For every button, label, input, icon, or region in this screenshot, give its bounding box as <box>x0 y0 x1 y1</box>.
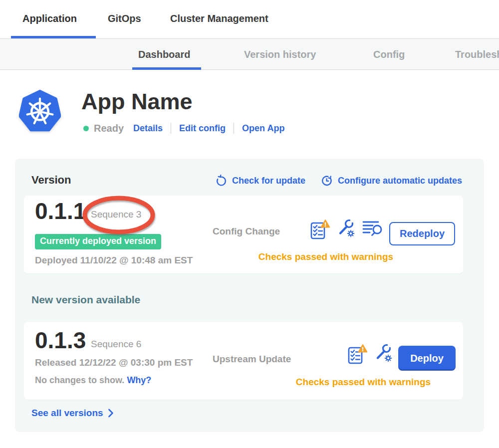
tab-cluster-management[interactable]: Cluster Management <box>170 13 268 24</box>
version-section-title: Version <box>31 174 71 187</box>
app-status-row: Ready Details Edit config Open App <box>83 122 284 135</box>
details-link[interactable]: Details <box>133 123 163 134</box>
status-label: Ready <box>94 123 124 134</box>
check-for-update-link[interactable]: Check for update <box>215 175 305 187</box>
currently-deployed-badge: Currently deployed version <box>35 234 161 249</box>
tab-gitops[interactable]: GitOps <box>108 13 141 24</box>
available-source-type: Upstream Update <box>213 354 291 365</box>
available-version-sequence: Sequence 6 <box>91 339 141 350</box>
current-checks-status: Checks passed with warnings <box>234 251 418 262</box>
refresh-icon <box>215 175 228 187</box>
wrench-gear-icon[interactable] <box>374 344 393 363</box>
divider <box>234 123 234 134</box>
version-panel: Version Check for update Configure autom… <box>15 159 484 432</box>
current-version-card: 0.1.1 Sequence 3 Currently deployed vers… <box>24 196 463 273</box>
top-nav: Application GitOps Cluster Management <box>0 0 499 38</box>
sub-nav: Dashboard Version history Config Trouble… <box>0 38 499 70</box>
admin-console-page: Application GitOps Cluster Management Da… <box>0 0 499 448</box>
version-actions: Check for update Configure automatic upd… <box>215 174 462 187</box>
tab-application[interactable]: Application <box>22 13 77 24</box>
redeploy-button[interactable]: Redeploy <box>389 222 455 245</box>
check-for-update-label: Check for update <box>232 176 305 186</box>
page-title: App Name <box>81 89 193 115</box>
current-source-type: Config Change <box>213 226 280 237</box>
deploy-button[interactable]: Deploy <box>398 346 456 371</box>
ready-status-dot-icon <box>83 126 89 131</box>
why-link[interactable]: Why? <box>127 375 151 385</box>
preflight-checklist-warning-icon[interactable] <box>310 219 330 240</box>
tab-version-history[interactable]: Version history <box>244 49 316 60</box>
current-version-sequence: Sequence 3 <box>91 209 141 220</box>
released-timestamp: Released 12/12/22 @ 03:30 pm EST <box>35 357 193 368</box>
deployed-timestamp: Deployed 11/10/22 @ 10:48 am EST <box>35 255 193 266</box>
current-version-number: 0.1.1 <box>35 198 86 224</box>
preflight-checklist-warning-icon[interactable] <box>347 344 367 365</box>
available-checks-status: Checks passed with warnings <box>271 377 456 388</box>
available-version-card: 0.1.3 Sequence 6 Released 12/12/22 @ 03:… <box>24 322 463 400</box>
configure-automatic-updates-link[interactable]: Configure automatic updates <box>320 174 462 187</box>
tab-troubleshoot[interactable]: Troubleshoot <box>455 49 499 60</box>
new-version-heading: New version available <box>31 294 140 306</box>
tab-config[interactable]: Config <box>373 49 405 60</box>
current-version-action-icons <box>310 219 385 240</box>
tab-dashboard[interactable]: Dashboard <box>138 49 190 60</box>
kubernetes-logo-icon <box>19 90 61 132</box>
no-changes-note: No changes to show. Why? <box>35 375 151 386</box>
active-subtab-underline <box>132 67 201 70</box>
clock-refresh-icon <box>320 174 333 187</box>
see-all-versions-link[interactable]: See all versions <box>31 408 114 419</box>
open-app-link[interactable]: Open App <box>242 123 284 134</box>
lines-magnifier-icon[interactable] <box>362 219 385 237</box>
configure-automatic-updates-label: Configure automatic updates <box>338 176 462 186</box>
wrench-gear-icon[interactable] <box>336 219 355 238</box>
available-version-number: 0.1.3 <box>35 327 86 354</box>
divider <box>171 123 171 134</box>
see-all-versions-label: See all versions <box>31 408 103 419</box>
edit-config-link[interactable]: Edit config <box>179 123 226 134</box>
chevron-right-icon <box>108 409 114 418</box>
no-changes-text: No changes to show. <box>35 375 124 385</box>
available-version-action-icons <box>347 344 393 365</box>
